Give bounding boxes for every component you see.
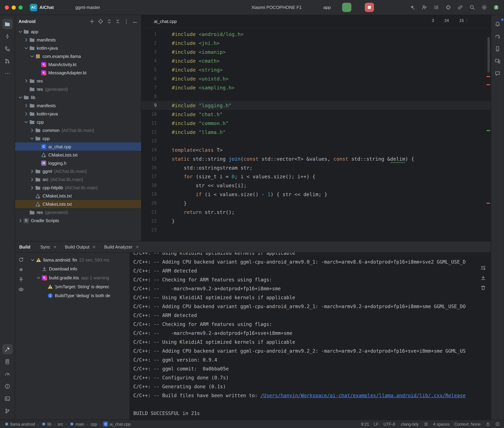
build-tab-build-output[interactable]: Build Output <box>62 243 100 250</box>
chevron-right-icon[interactable] <box>29 176 35 182</box>
more-run-options-button[interactable] <box>376 3 385 12</box>
code-line[interactable]: 11#include "common.h" <box>142 119 491 128</box>
tree-item[interactable]: Cai_chat.cpp <box>15 142 141 151</box>
code-line[interactable]: 1#include <android/log.h> <box>142 30 491 39</box>
tree-item[interactable]: Kbuild.gradle.ktsapp 1 warning <box>27 273 130 282</box>
chevron-down-icon[interactable] <box>23 119 29 125</box>
build-console[interactable]: C/C++: -- Using KleidiAI optimized kerne… <box>130 253 491 420</box>
zoom-window-button[interactable] <box>18 5 23 9</box>
code-line[interactable]: 17 for (size_t i = 0; i < values.size();… <box>142 172 491 181</box>
stop-square-icon[interactable] <box>18 267 24 272</box>
chevron-right-icon[interactable] <box>29 127 35 133</box>
indent-icon[interactable] <box>423 422 428 427</box>
editor-tab-ai-chat-cpp[interactable]: ai_chat.cpp <box>142 15 188 27</box>
encoding[interactable]: UTF-8 <box>384 422 395 427</box>
pin-icon[interactable] <box>18 277 24 282</box>
code-with-me-icon[interactable] <box>420 3 428 12</box>
tree-item[interactable]: manifests <box>15 101 141 110</box>
inspections-info-icon[interactable] <box>495 422 500 427</box>
expand-all-icon[interactable] <box>106 18 112 24</box>
change-stripe-mark[interactable] <box>487 130 490 131</box>
tree-item[interactable]: Hlogging.h <box>15 159 141 167</box>
editor-options-icon[interactable] <box>482 18 487 24</box>
chevron-down-icon[interactable] <box>37 19 42 24</box>
tree-item[interactable]: cpp <box>15 134 141 142</box>
gradle-elephant-icon[interactable] <box>493 31 503 41</box>
close-tab-icon[interactable] <box>92 244 97 249</box>
close-window-button[interactable] <box>5 5 9 9</box>
code-line[interactable]: 21 return str.str(); <box>142 208 491 217</box>
search-icon[interactable] <box>468 3 477 12</box>
code-area[interactable]: 1#include <android/log.h>2#include <jni.… <box>142 28 491 234</box>
build-tab-sync[interactable]: Sync <box>37 243 60 250</box>
line-number[interactable]: 16 <box>142 163 160 172</box>
line-number[interactable]: 9 <box>142 101 160 110</box>
build-output-link[interactable]: /Users/hanyin/Workspace/ai-chat/examples… <box>260 393 466 398</box>
line-number[interactable]: 3 <box>142 48 160 57</box>
close-tab-icon[interactable] <box>135 244 140 249</box>
line-number[interactable]: 7 <box>142 83 160 92</box>
tree-item[interactable]: lib <box>15 93 141 101</box>
line-number[interactable]: 8 <box>142 92 160 101</box>
debug-button[interactable] <box>353 3 363 12</box>
line-number[interactable]: 23 <box>142 226 160 234</box>
chevron-down-icon[interactable] <box>29 257 36 263</box>
code-line[interactable]: 3#include <iomanip> <box>142 48 491 57</box>
chevron-down-icon[interactable] <box>29 135 35 141</box>
line-number[interactable]: 6 <box>142 74 160 83</box>
tree-item[interactable]: app <box>15 27 141 36</box>
link-icon[interactable] <box>456 3 465 12</box>
close-tab-icon[interactable] <box>179 19 184 24</box>
build-panel-title[interactable]: Build <box>19 244 30 249</box>
tree-item[interactable]: res(generated) <box>15 208 141 216</box>
editor-scrollbar[interactable] <box>487 37 490 73</box>
ai-assistant-icon[interactable] <box>408 3 417 12</box>
tree-item[interactable]: cpp-httplib[AiChat.lib.main] <box>15 183 141 192</box>
code-line[interactable]: 23 <box>142 226 491 234</box>
code-line[interactable]: 10#include "chat.h" <box>142 110 491 119</box>
chevron-right-icon[interactable] <box>17 217 23 223</box>
breadcrumb-item[interactable]: llama.android <box>4 422 35 427</box>
line-number[interactable]: 19 <box>142 190 160 199</box>
logcat-icon[interactable] <box>2 356 13 367</box>
tree-item[interactable]: com.example.llama <box>15 52 141 60</box>
clang-tidy[interactable]: .clang-tidy <box>400 422 419 427</box>
breadcrumb-item[interactable]: Cai_chat.cpp <box>103 422 131 427</box>
device-manager-icon[interactable] <box>493 43 503 54</box>
code-line[interactable]: 2#include <jni.h> <box>142 39 491 48</box>
caret-position[interactable]: 9:21 <box>361 422 369 427</box>
problems-icon[interactable] <box>2 381 13 391</box>
error-stripe-mark[interactable] <box>487 84 490 85</box>
tree-item[interactable]: CMakeLists.txt <box>15 200 141 208</box>
chevron-down-icon[interactable] <box>35 275 42 280</box>
breadcrumb-item[interactable]: src <box>58 422 63 427</box>
chevron-right-icon[interactable] <box>23 78 29 84</box>
tree-item[interactable]: BuildType 'debug' is both de <box>27 291 130 300</box>
chevron-right-icon[interactable] <box>29 185 35 190</box>
stop-button[interactable] <box>365 3 374 12</box>
line-number[interactable]: 2 <box>142 39 160 48</box>
tree-item[interactable]: KMainActivity.kt <box>15 60 141 68</box>
code-line[interactable]: 6#include <unistd.h> <box>142 74 491 83</box>
pull-requests-icon[interactable] <box>2 56 13 66</box>
code-line[interactable]: 9#include "logging.h" <box>142 101 491 110</box>
build-options-icon[interactable] <box>472 244 478 250</box>
code-line[interactable]: 13 <box>142 137 491 146</box>
tree-item[interactable]: manifests <box>15 36 141 44</box>
build-tab-build-analyzer[interactable]: Build Analyzer <box>101 243 143 250</box>
app-insights-icon[interactable] <box>493 68 503 78</box>
tree-item[interactable]: res(generated) <box>15 85 141 93</box>
code-line[interactable]: 4#include <cmath> <box>142 57 491 66</box>
clear-icon[interactable] <box>480 285 486 291</box>
code-line[interactable]: 5#include <string> <box>142 66 491 74</box>
code-line[interactable]: 22} <box>142 217 491 226</box>
terminal-icon[interactable] <box>2 393 13 404</box>
build-icon[interactable] <box>2 344 13 354</box>
context[interactable]: Context: None <box>454 422 480 427</box>
chevron-down-icon[interactable] <box>29 53 35 59</box>
close-tab-icon[interactable] <box>53 244 58 249</box>
run-button[interactable] <box>342 3 351 12</box>
project-view-selector[interactable]: Android <box>18 19 36 24</box>
error-stripe-mark[interactable] <box>487 203 490 204</box>
settings-icon[interactable] <box>480 3 488 12</box>
